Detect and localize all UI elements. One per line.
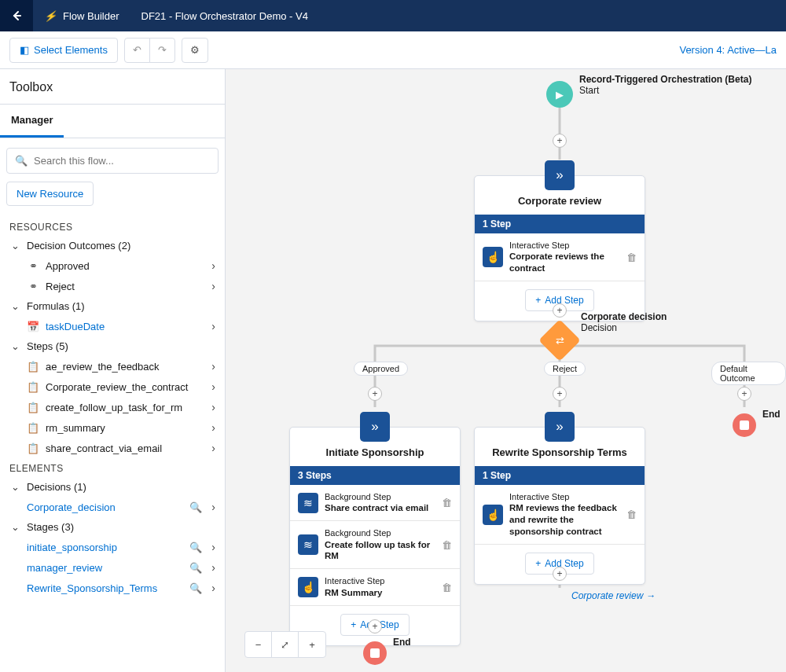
chevron-down-icon: ⌄ [9, 240, 20, 252]
chevron-right-icon: › [211, 501, 215, 513]
item-approved[interactable]: ⚭Approved› [6, 255, 219, 276]
chevron-down-icon: ⌄ [9, 481, 20, 493]
step-row[interactable]: ☝Interactive StepRM Summary🗑 [290, 569, 460, 605]
select-elements-label: Select Elements [34, 44, 108, 56]
add-node-button[interactable]: + [553, 567, 567, 581]
stage-title: Rewrite Sponsorship Terms [475, 428, 645, 466]
item-step-1[interactable]: 📋Corporate_review_the_contract› [6, 376, 219, 397]
add-node-button[interactable]: + [553, 303, 567, 318]
zoom-out-button[interactable]: − [245, 632, 272, 657]
item-rewrite-sponsorship-terms[interactable]: Rewrite_Sponsorship_Terms🔍› [6, 578, 219, 598]
stage-title: Corporate review [475, 176, 645, 215]
item-step-4[interactable]: 📋share_contract_via_email› [6, 438, 219, 458]
clipboard-icon: 📋 [27, 401, 39, 413]
add-node-button[interactable]: + [368, 387, 382, 401]
date-icon: 📅 [27, 320, 39, 332]
search-icon[interactable]: 🔍 [189, 562, 202, 574]
new-resource-button[interactable]: New Resource [6, 182, 94, 206]
chevron-right-icon: › [211, 401, 215, 413]
item-step-0[interactable]: 📋ae_review_the_feedback› [6, 356, 219, 376]
undo-button[interactable]: ↶ [124, 38, 150, 63]
item-taskduedate[interactable]: 📅taskDueDate› [6, 316, 219, 336]
item-corporate-decision[interactable]: Corporate_decision🔍› [6, 497, 219, 517]
zoom-controls: − ⤢ + [244, 631, 326, 658]
add-node-button[interactable]: + [553, 387, 567, 401]
item-step-3[interactable]: 📋rm_summary› [6, 417, 219, 438]
outcome-default[interactable]: Default Outcome [711, 362, 786, 385]
elements-header: ELEMENTS [6, 458, 219, 477]
chevron-right-icon: › [211, 442, 215, 454]
item-reject[interactable]: ⚭Reject› [6, 276, 219, 296]
step-row[interactable]: ☝Interactive StepRM reviews the feedback… [475, 485, 645, 545]
search-input[interactable] [32, 154, 210, 167]
delete-step-button[interactable]: 🗑 [626, 509, 637, 520]
end-node[interactable] [733, 413, 756, 437]
group-decision-outcomes[interactable]: ⌄Decision Outcomes (2) [6, 236, 219, 255]
item-manager-review[interactable]: manager_review🔍› [6, 557, 219, 578]
outcome-approved[interactable]: Approved [354, 362, 408, 376]
chevron-right-icon: › [211, 380, 215, 393]
back-button[interactable] [0, 0, 33, 31]
outcome-icon: ⚭ [27, 280, 39, 292]
redo-button[interactable]: ↷ [149, 38, 175, 63]
step-row[interactable]: ☝ Interactive StepCorporate reviews the … [475, 233, 645, 281]
stage-corporate-review[interactable]: » Corporate review 1 Step ☝ Interactive … [474, 175, 645, 321]
play-icon: ▶ [556, 89, 564, 101]
select-elements-button[interactable]: ◧ Select Elements [9, 38, 118, 63]
clipboard-icon: 📋 [27, 380, 39, 393]
outcome-reject[interactable]: Reject [544, 362, 586, 376]
chevron-right-icon: › [211, 582, 215, 594]
plus-icon: + [351, 619, 356, 630]
undo-redo-group: ↶ ↷ [124, 38, 175, 63]
plus-icon: + [535, 558, 541, 569]
group-formulas[interactable]: ⌄Formulas (1) [6, 296, 219, 316]
app-brand: ⚡ Flow Builder [33, 10, 130, 22]
group-stages[interactable]: ⌄Stages (3) [6, 517, 219, 537]
tab-manager[interactable]: Manager [0, 105, 64, 138]
outcome-icon: ⚭ [27, 259, 39, 272]
settings-button[interactable]: ⚙ [182, 38, 208, 63]
search-icon[interactable]: 🔍 [189, 542, 202, 553]
chevron-down-icon: ⌄ [9, 521, 20, 533]
chevron-down-icon: ⌄ [9, 340, 20, 352]
chevron-right-icon: › [211, 259, 215, 272]
start-node[interactable]: ▶ [546, 81, 573, 108]
goto-link[interactable]: Corporate review → [571, 590, 656, 601]
end-node[interactable] [363, 641, 387, 665]
decision-icon: ⇄ [556, 335, 564, 347]
stage-initiate-sponsorship[interactable]: » Initiate Sponsorship 3 Steps ≋Backgrou… [289, 427, 461, 646]
delete-step-button[interactable]: 🗑 [442, 497, 452, 509]
plus-icon: + [535, 295, 541, 306]
chevron-right-icon: › [211, 360, 215, 373]
add-node-button[interactable]: + [737, 387, 751, 401]
zoom-in-button[interactable]: + [299, 632, 325, 657]
chevron-right-icon: › [211, 561, 215, 574]
chevron-right-icon: › [211, 320, 215, 332]
group-decisions[interactable]: ⌄Decisions (1) [6, 477, 219, 497]
version-status: Version 4: Active—La [679, 44, 777, 56]
zoom-fit-button[interactable]: ⤢ [272, 632, 299, 657]
chevron-right-icon: › [211, 541, 215, 553]
flow-canvas[interactable]: ▶ Record-Triggered Orchestration (Beta) … [226, 69, 786, 672]
delete-step-button[interactable]: 🗑 [442, 539, 452, 551]
step-row[interactable]: ≋Background StepCreate follow up task fo… [290, 521, 460, 569]
add-node-button[interactable]: + [553, 134, 567, 148]
clipboard-icon: 📋 [27, 421, 39, 434]
delete-step-button[interactable]: 🗑 [442, 582, 452, 593]
item-initiate-sponsorship[interactable]: initiate_sponsorship🔍› [6, 537, 219, 557]
group-steps[interactable]: ⌄Steps (5) [6, 336, 219, 356]
stage-rewrite-sponsorship-terms[interactable]: » Rewrite Sponsorship Terms 1 Step ☝Inte… [474, 427, 645, 585]
step-row[interactable]: ≋Background StepShare contract via email… [290, 485, 460, 521]
step-count: 3 Steps [290, 466, 460, 485]
delete-step-button[interactable]: 🗑 [626, 252, 637, 263]
background-step-icon: ≋ [298, 493, 318, 513]
interactive-step-icon: ☝ [483, 505, 503, 525]
search-input-wrap[interactable]: 🔍 [6, 148, 219, 174]
chevron-right-icon: › [211, 280, 215, 292]
undo-icon: ↶ [133, 44, 141, 56]
item-step-2[interactable]: 📋create_follow_up_task_for_rm› [6, 397, 219, 417]
search-icon[interactable]: 🔍 [189, 582, 202, 594]
search-icon: 🔍 [15, 155, 28, 167]
search-icon[interactable]: 🔍 [189, 501, 202, 513]
add-node-button[interactable]: + [368, 619, 382, 633]
